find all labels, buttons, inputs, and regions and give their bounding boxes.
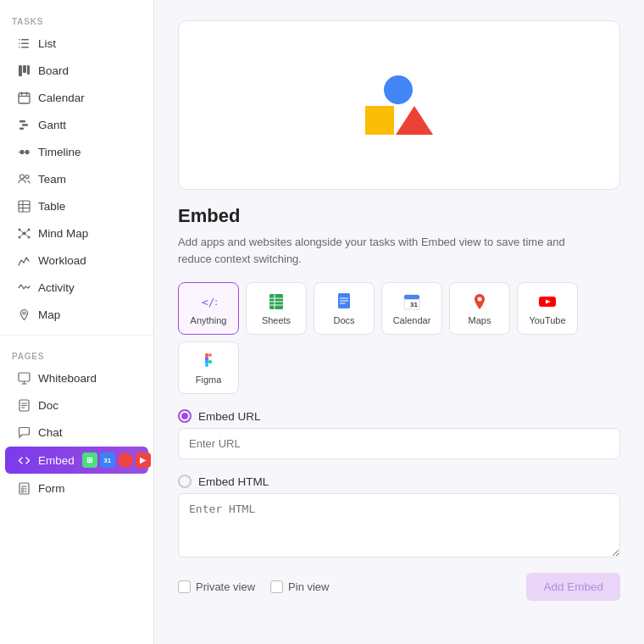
embed-preview-graphic [365,75,433,135]
shape-yellow-square [365,106,394,135]
pin-view-label: Pin view [288,580,329,593]
svg-rect-1 [21,42,29,44]
embed-url-input[interactable] [178,428,620,459]
embed-html-label: Embed HTML [198,475,269,488]
sidebar-item-map[interactable]: Map [5,302,148,327]
app-btn-gcal[interactable]: 31 Calendar [381,282,442,335]
embed-apps-row: </> Anything Sheets Docs 31 Calendar [178,282,620,394]
sidebar-item-whiteboard[interactable]: Whiteboard [5,365,148,391]
app-btn-youtube[interactable]: YouTube [517,282,578,335]
private-view-label: Private view [196,580,255,593]
shape-blue-circle [384,75,413,104]
svg-point-19 [19,175,24,179]
app-btn-figma[interactable]: Figma [178,341,239,394]
youtube-icon [537,291,558,312]
svg-text:</>: </> [202,296,217,308]
timeline-icon [17,145,31,158]
svg-rect-66 [205,353,208,357]
team-icon [17,172,31,186]
svg-rect-71 [205,364,208,367]
app-btn-sheets[interactable]: Sheets [246,282,307,335]
embed-icon [17,453,31,467]
svg-point-26 [18,228,20,230]
anything-icon: </> [198,291,219,312]
sidebar-item-activity-label: Activity [38,281,136,294]
sidebar-item-embed-label: Embed [38,454,75,467]
chat-icon [17,425,31,439]
sidebar-item-board[interactable]: Board [5,58,148,83]
app-label-sheets: Sheets [262,315,291,325]
sidebar-item-activity[interactable]: Activity [5,275,148,300]
sidebar-item-doc[interactable]: Doc [5,392,148,418]
svg-text:31: 31 [410,301,418,308]
svg-rect-9 [19,93,30,103]
embed-preview-card [178,20,620,190]
svg-rect-0 [21,39,29,41]
embed-url-radio[interactable] [178,409,192,423]
sidebar-item-calendar[interactable]: Calendar [5,85,148,110]
svg-line-30 [20,230,23,232]
sidebar-item-form[interactable]: Form [5,475,148,501]
sidebar-item-timeline[interactable]: Timeline [5,139,148,164]
sidebar-item-board-label: Board [38,64,136,77]
app-btn-anything[interactable]: </> Anything [178,282,239,335]
pin-view-checkbox[interactable] [270,580,283,593]
svg-point-28 [18,236,20,238]
badge-red [118,452,133,468]
sidebar-item-list-label: List [38,37,136,50]
embed-html-textarea[interactable] [178,493,620,558]
svg-point-63 [478,297,482,302]
table-icon [17,199,31,213]
embed-footer: Private view Pin view Add Embed [178,573,620,601]
private-view-checkbox[interactable] [178,580,191,593]
sidebar-item-whiteboard-label: Whiteboard [38,372,136,385]
pin-view-checkbox-row[interactable]: Pin view [270,580,329,593]
sidebar-item-team-label: Team [38,173,136,186]
mindmap-icon [17,226,31,240]
sidebar-item-chat-label: Chat [38,426,136,439]
svg-rect-2 [21,47,29,48]
app-btn-maps[interactable]: Maps [449,282,510,335]
sidebar: TASKS List Board Calendar Gantt Timeline [0,0,154,644]
embed-description: Add apps and websites alongside your tas… [178,234,602,267]
sidebar-item-gantt-label: Gantt [38,119,136,131]
svg-rect-68 [205,357,208,360]
svg-point-20 [25,175,29,178]
sidebar-item-workload-label: Workload [38,254,136,267]
embed-badges: ⊞ 31 ▶ [82,452,151,468]
svg-point-27 [27,228,30,230]
embed-html-header[interactable]: Embed HTML [178,475,620,488]
embed-url-header[interactable]: Embed URL [178,409,620,423]
add-embed-button[interactable]: Add Embed [526,573,620,601]
workload-icon [17,253,31,267]
embed-html-radio[interactable] [178,475,192,488]
sidebar-item-list[interactable]: List [5,31,148,56]
app-label-calendar: Calendar [393,315,431,325]
svg-rect-7 [23,65,26,73]
shape-red-triangle [396,106,433,135]
sidebar-item-mindmap[interactable]: Mind Map [5,220,148,246]
private-view-checkbox-row[interactable]: Private view [178,580,255,593]
embed-html-option: Embed HTML [178,475,620,558]
embed-title: Embed [178,205,620,227]
sidebar-item-workload[interactable]: Workload [5,247,148,273]
sidebar-item-mindmap-label: Mind Map [38,227,136,240]
sidebar-item-gantt[interactable]: Gantt [5,112,148,137]
svg-line-33 [25,234,28,236]
app-btn-docs[interactable]: Docs [314,282,375,335]
app-label-anything: Anything [191,315,227,325]
sidebar-item-calendar-label: Calendar [38,92,136,104]
sidebar-item-chat[interactable]: Chat [5,419,148,445]
sidebar-item-embed[interactable]: Embed ⊞ 31 ▶ [5,447,148,474]
svg-rect-17 [20,150,24,154]
svg-rect-18 [25,150,29,154]
app-label-youtube: YouTube [529,315,565,325]
map-icon [17,308,31,321]
svg-rect-21 [19,201,30,212]
sidebar-item-doc-label: Doc [38,399,136,412]
board-icon [17,64,31,77]
sidebar-item-table[interactable]: Table [5,193,148,219]
svg-rect-46 [21,491,23,492]
embed-url-label: Embed URL [198,410,261,423]
sidebar-item-team[interactable]: Team [5,166,148,192]
